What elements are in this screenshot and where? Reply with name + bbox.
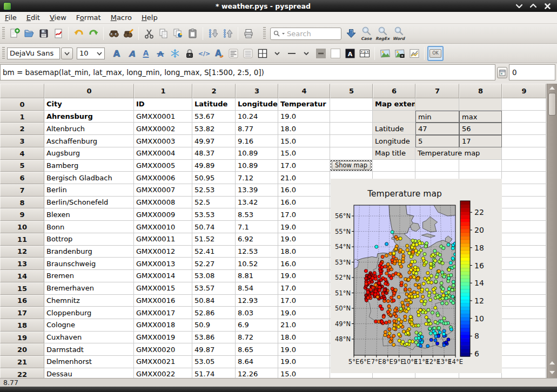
cell[interactable]: Augsburg [44,147,134,160]
cell[interactable]: 13.39 [236,184,278,197]
row-header-2[interactable]: 2 [0,123,44,135]
row-header-0[interactable]: 0 [0,98,44,111]
cell[interactable]: 8.64 [236,356,278,368]
cell[interactable] [502,135,546,147]
font-dropdown-icon[interactable] [61,48,73,59]
row-header-16[interactable]: 16 [0,295,44,307]
line-color-button[interactable] [313,46,328,61]
cell[interactable] [502,184,546,197]
cell[interactable]: 50.9 [192,319,236,332]
cell[interactable]: 50.84 [192,295,236,307]
cell[interactable]: max [459,111,502,123]
cell[interactable] [330,98,373,111]
cell[interactable] [330,111,373,123]
map-extent-title-cell[interactable]: Map extent [373,98,415,111]
col-header-3[interactable]: 3 [236,84,278,98]
menu-view[interactable]: View [45,12,71,23]
cell[interactable]: GMXX0005 [134,160,192,172]
search-toggle-regex[interactable]: RegEx [374,26,391,41]
cell[interactable]: 21.0 [278,319,330,332]
cell[interactable]: GMXX0004 [134,147,192,160]
cell[interactable]: GMXX0015 [134,282,192,295]
cell[interactable]: 10.89 [236,147,278,160]
copy-button[interactable] [156,26,171,41]
cell[interactable]: 7.12 [236,172,278,184]
cell[interactable] [502,270,546,282]
cell[interactable]: 10.89 [236,160,278,172]
cell[interactable] [415,160,459,172]
cell[interactable] [502,160,546,172]
col-header-4[interactable]: 4 [278,84,330,98]
cell[interactable] [502,197,546,209]
cell[interactable]: 48.37 [192,147,236,160]
cell[interactable]: GMXX0014 [134,270,192,282]
cell[interactable]: 17 [459,135,502,147]
cell[interactable]: 12.93 [236,295,278,307]
chevron-button[interactable] [270,46,284,61]
cell[interactable]: GMXX0018 [134,319,192,332]
find-button[interactable] [106,26,121,41]
cell[interactable]: Bonn [44,221,134,233]
cell[interactable]: 10.24 [236,111,278,123]
row-header-1[interactable]: 1 [0,111,44,123]
vertical-scrollbar[interactable] [547,84,557,378]
col-header-5[interactable]: 5 [330,84,373,98]
paste-button[interactable] [185,26,200,41]
row-header-14[interactable]: 14 [0,270,44,282]
print-button[interactable] [241,26,256,41]
cell[interactable]: 12.53 [236,246,278,258]
row-header-20[interactable]: 20 [0,343,44,356]
cell[interactable]: GMXX0003 [134,135,192,147]
cell[interactable] [502,123,546,135]
cell[interactable]: GMXX0017 [134,307,192,319]
cell[interactable]: 19.0 [278,356,330,368]
cell[interactable]: 17.0 [278,208,330,221]
cell[interactable] [502,282,546,295]
cell[interactable]: GMXX0012 [134,246,192,258]
cell[interactable] [330,123,373,135]
cell[interactable]: 8.72 [236,332,278,344]
cell[interactable]: 52.86 [192,307,236,319]
cell[interactable]: 52.5 [192,197,236,209]
cell[interactable]: 19.0 [278,221,330,233]
row-header-12[interactable]: 12 [0,246,44,258]
chevron-button[interactable] [299,46,313,61]
row-header-13[interactable]: 13 [0,258,44,270]
lock-button[interactable] [182,46,197,61]
cell[interactable]: 21.0 [278,172,330,184]
cell[interactable]: min [415,111,459,123]
font-size-input[interactable]: 10 [77,48,105,59]
cell[interactable]: 16.0 [278,184,330,197]
minimize-button[interactable] [515,2,524,10]
row-header-4[interactable]: 4 [0,147,44,160]
cell[interactable]: GMXX0016 [134,295,192,307]
cell[interactable]: 49.97 [192,135,236,147]
search-toggle-word[interactable]: Word [391,26,407,41]
markup-button[interactable]: </> [197,46,211,61]
col-header-7[interactable]: 7 [415,84,459,98]
row-header-6[interactable]: 6 [0,172,44,184]
cell[interactable]: GMXX0001 [134,111,192,123]
cell[interactable]: Temperatur [278,98,330,111]
borders-button[interactable] [255,46,270,61]
cell[interactable]: 17.0 [278,295,330,307]
font-name-input[interactable]: DejaVu Sans [7,48,60,59]
cell[interactable]: 53.53 [192,208,236,221]
cell[interactable] [330,135,373,147]
cell[interactable] [502,208,546,221]
cell[interactable]: 19.0 [278,270,330,282]
cell[interactable]: Blexen [44,208,134,221]
cell[interactable] [502,172,546,184]
cell[interactable]: 8.81 [236,270,278,282]
cell[interactable]: 51.52 [192,233,236,246]
undo-button[interactable] [71,26,86,41]
menu-format[interactable]: Format [71,12,106,23]
col-header-0[interactable]: 0 [44,84,134,98]
cell[interactable]: Map title [373,147,415,160]
cell[interactable]: 52.27 [192,258,236,270]
cell[interactable]: GMXX0021 [134,356,192,368]
cell[interactable]: 17.0 [278,282,330,295]
cell[interactable]: Aschaffenburg [44,135,134,147]
cell[interactable]: GMXX0009 [134,208,192,221]
cell[interactable]: 8.65 [236,343,278,356]
